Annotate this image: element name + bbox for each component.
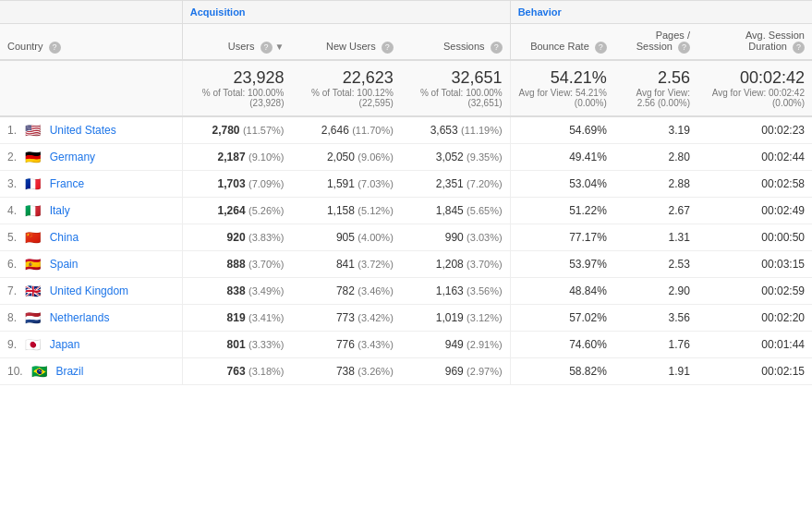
country-link-3[interactable]: Italy bbox=[50, 204, 70, 217]
flag-6: 🇬🇧 bbox=[25, 285, 42, 296]
analytics-table-wrapper: Acquisition Behavior Country ? Users ? ▼… bbox=[0, 0, 812, 385]
avgsession-cell-4: 00:00:50 bbox=[697, 224, 812, 250]
new-users-pct-6: (3.46%) bbox=[358, 285, 394, 296]
flag-8: 🇯🇵 bbox=[25, 339, 42, 350]
totals-avgsession-value: 00:02:42 bbox=[705, 68, 805, 88]
new-users-cell-6: 782 (3.46%) bbox=[292, 277, 401, 304]
users-cell-6: 838 (3.49%) bbox=[182, 277, 291, 304]
users-value-0: 2,780 bbox=[212, 124, 240, 137]
pages-cell-2: 2.88 bbox=[614, 170, 697, 197]
sessions-value-6: 1,163 bbox=[436, 284, 464, 297]
sessions-col-header: Sessions ? bbox=[401, 24, 510, 60]
sessions-pct-6: (3.56%) bbox=[467, 285, 503, 296]
country-link-7[interactable]: Netherlands bbox=[50, 311, 110, 324]
country-cell-4: 5. 🇨🇳 China bbox=[0, 224, 182, 250]
country-link-4[interactable]: China bbox=[50, 231, 79, 244]
users-pct-7: (3.41%) bbox=[248, 312, 285, 323]
avgsession-value-8: 00:01:44 bbox=[761, 338, 805, 351]
avgsession-value-9: 00:02:15 bbox=[761, 365, 805, 378]
rank-7: 8. bbox=[7, 311, 17, 324]
flag-9: 🇧🇷 bbox=[31, 366, 48, 377]
table-row: 5. 🇨🇳 China 920 (3.83%) 905 (4.00%) 990 … bbox=[0, 224, 812, 250]
avgsession-value-7: 00:02:20 bbox=[761, 311, 805, 324]
users-help-icon[interactable]: ? bbox=[261, 42, 273, 54]
totals-users-cell: 23,928 % of Total: 100.00% (23,928) bbox=[182, 60, 291, 116]
users-pct-4: (3.83%) bbox=[248, 232, 285, 243]
users-pct-5: (3.70%) bbox=[248, 259, 285, 270]
pages-cell-3: 2.67 bbox=[614, 197, 697, 224]
new-users-value-6: 782 bbox=[336, 284, 355, 297]
country-link-0[interactable]: United States bbox=[50, 124, 116, 137]
new-users-help-icon[interactable]: ? bbox=[382, 42, 394, 54]
users-sort-icon[interactable]: ▼ bbox=[275, 42, 285, 52]
new-users-value-0: 2,646 bbox=[321, 124, 349, 137]
pages-cell-5: 2.53 bbox=[614, 250, 697, 277]
users-pct-3: (5.26%) bbox=[248, 205, 285, 216]
country-link-8[interactable]: Japan bbox=[50, 338, 80, 351]
avg-session-help-icon[interactable]: ? bbox=[793, 42, 805, 54]
totals-new-users-cell: 22,623 % of Total: 100.12% (22,595) bbox=[292, 60, 401, 116]
users-cell-8: 801 (3.33%) bbox=[182, 331, 291, 357]
new-users-cell-5: 841 (3.72%) bbox=[292, 250, 401, 277]
pages-value-7: 3.56 bbox=[669, 311, 690, 324]
sessions-value-1: 3,052 bbox=[436, 151, 464, 163]
pages-cell-7: 3.56 bbox=[614, 304, 697, 331]
sessions-value-8: 949 bbox=[445, 338, 464, 351]
country-cell-7: 8. 🇳🇱 Netherlands bbox=[0, 304, 182, 331]
country-link-5[interactable]: Spain bbox=[50, 258, 79, 271]
sessions-cell-4: 990 (3.03%) bbox=[401, 224, 510, 250]
sessions-value-0: 3,653 bbox=[430, 124, 458, 137]
new-users-value-2: 1,591 bbox=[327, 177, 355, 190]
avgsession-cell-5: 00:03:15 bbox=[697, 250, 812, 277]
bounce-cell-8: 74.60% bbox=[510, 331, 614, 357]
table-row: 10. 🇧🇷 Brazil 763 (3.18%) 738 (3.26%) 96… bbox=[0, 357, 812, 384]
bounce-value-3: 51.22% bbox=[569, 204, 607, 217]
flag-4: 🇨🇳 bbox=[25, 232, 42, 243]
totals-bounce-sub: Avg for View: 54.21% (0.00%) bbox=[518, 88, 607, 108]
avgsession-value-1: 00:02:44 bbox=[761, 151, 805, 163]
bounce-rate-help-icon[interactable]: ? bbox=[595, 42, 607, 54]
acquisition-group-header: Acquisition bbox=[182, 1, 510, 24]
sessions-value-4: 990 bbox=[445, 231, 464, 244]
totals-users-value: 23,928 bbox=[190, 68, 285, 88]
totals-sessions-value: 32,651 bbox=[408, 68, 503, 88]
country-cell-3: 4. 🇮🇹 Italy bbox=[0, 197, 182, 224]
table-row: 8. 🇳🇱 Netherlands 819 (3.41%) 773 (3.42%… bbox=[0, 304, 812, 331]
sessions-help-icon[interactable]: ? bbox=[491, 42, 503, 54]
new-users-pct-0: (11.70%) bbox=[352, 125, 394, 136]
country-link-6[interactable]: United Kingdom bbox=[50, 284, 128, 297]
new-users-cell-0: 2,646 (11.70%) bbox=[292, 116, 401, 144]
behavior-group-header: Behavior bbox=[510, 1, 812, 24]
sessions-cell-9: 969 (2.97%) bbox=[401, 357, 510, 384]
new-users-value-5: 841 bbox=[336, 258, 355, 271]
users-value-9: 763 bbox=[227, 365, 246, 378]
country-link-9[interactable]: Brazil bbox=[55, 365, 83, 378]
column-header-row: Country ? Users ? ▼ New Users ? Sessions… bbox=[0, 24, 812, 60]
country-help-icon[interactable]: ? bbox=[49, 42, 61, 54]
new-users-value-3: 1,158 bbox=[327, 204, 355, 217]
group-header-row: Acquisition Behavior bbox=[0, 1, 812, 24]
sessions-pct-9: (2.97%) bbox=[467, 366, 503, 377]
totals-pages-value: 2.56 bbox=[622, 68, 690, 88]
totals-bounce-cell: 54.21% Avg for View: 54.21% (0.00%) bbox=[510, 60, 614, 116]
bounce-cell-0: 54.69% bbox=[510, 116, 614, 144]
sessions-cell-7: 1,019 (3.12%) bbox=[401, 304, 510, 331]
pages-cell-9: 1.91 bbox=[614, 357, 697, 384]
avgsession-cell-9: 00:02:15 bbox=[697, 357, 812, 384]
bounce-value-9: 58.82% bbox=[569, 365, 607, 378]
pages-value-3: 2.67 bbox=[669, 204, 690, 217]
rank-5: 6. bbox=[7, 258, 17, 271]
sessions-pct-8: (2.91%) bbox=[467, 339, 503, 350]
table-row: 9. 🇯🇵 Japan 801 (3.33%) 776 (3.43%) 949 … bbox=[0, 331, 812, 357]
country-link-1[interactable]: Germany bbox=[50, 151, 95, 163]
country-cell-5: 6. 🇪🇸 Spain bbox=[0, 250, 182, 277]
bounce-cell-1: 49.41% bbox=[510, 143, 614, 170]
analytics-table: Acquisition Behavior Country ? Users ? ▼… bbox=[0, 0, 812, 385]
pages-session-help-icon[interactable]: ? bbox=[678, 42, 690, 54]
rank-6: 7. bbox=[7, 284, 17, 297]
new-users-pct-8: (3.43%) bbox=[358, 339, 394, 350]
country-link-2[interactable]: France bbox=[50, 177, 84, 190]
new-users-value-1: 2,050 bbox=[327, 151, 355, 163]
sessions-pct-0: (11.19%) bbox=[461, 125, 503, 136]
new-users-cell-8: 776 (3.43%) bbox=[292, 331, 401, 357]
